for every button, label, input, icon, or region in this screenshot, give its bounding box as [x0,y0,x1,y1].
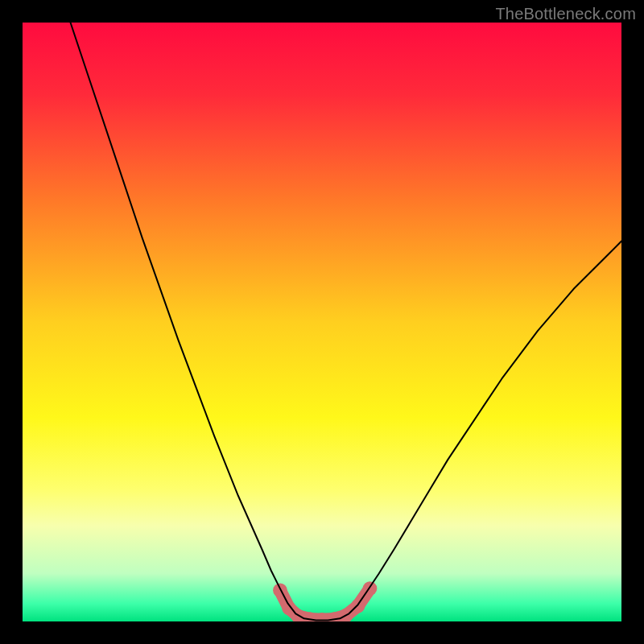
series-highlight-band-marker [351,599,365,613]
watermark-text: TheBottleneck.com [495,5,636,23]
plot-background [23,23,621,621]
bottleneck-plot [23,23,621,621]
series-highlight-band-marker [273,584,287,598]
chart-frame: TheBottleneck.com [0,0,644,644]
